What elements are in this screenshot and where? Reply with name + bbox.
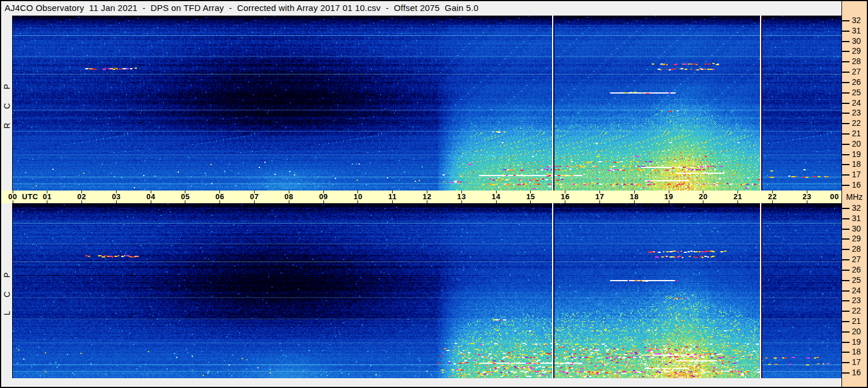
freq-tick-label: 16 [852, 368, 866, 377]
freq-tick [842, 82, 850, 83]
freq-tick [842, 249, 850, 250]
freq-tick [842, 342, 850, 343]
freq-tick-label: 20 [852, 140, 866, 148]
time-unit-label: UTC [22, 192, 38, 201]
freq-tick-label: 18 [852, 348, 866, 356]
freq-tick-label: 29 [852, 47, 866, 55]
time-tick-label: 00 [6, 192, 19, 201]
freq-tick-label: 23 [852, 296, 866, 305]
time-tick-label: 13 [455, 192, 468, 201]
time-tick-label: 16 [559, 192, 572, 201]
freq-tick-label: 31 [852, 214, 866, 223]
time-tick-label: 10 [352, 192, 364, 201]
freq-tick-label: 19 [852, 150, 866, 159]
freq-tick-label: 22 [852, 119, 866, 128]
freq-tick-label: 25 [852, 88, 866, 97]
freq-tick [842, 331, 850, 333]
freq-tick-label: 17 [852, 170, 866, 179]
time-tick-label: 11 [386, 192, 399, 201]
freq-tick [842, 154, 850, 155]
freq-tick-label: 17 [852, 358, 866, 367]
time-tick-label: 03 [110, 192, 122, 201]
freq-tick [842, 185, 850, 186]
time-tick-label: 05 [179, 192, 192, 201]
freq-tick [842, 229, 850, 230]
freq-tick-label: 32 [852, 16, 866, 25]
time-tick-label: 01 [41, 192, 54, 201]
freq-tick [842, 218, 850, 219]
freq-tick [842, 133, 850, 135]
time-tick [841, 191, 842, 193]
rcp-polarization-label: R C P [1, 16, 13, 191]
time-tick-label: 17 [593, 192, 606, 201]
freq-tick-label: 24 [852, 286, 866, 295]
time-tick-label: 15 [524, 192, 537, 201]
freq-tick [842, 208, 850, 209]
freq-tick [842, 238, 850, 240]
freq-tick-label: 16 [852, 181, 866, 189]
freq-tick [842, 72, 850, 73]
freq-tick [842, 123, 850, 124]
app-window: AJ4CO Observatory 11 Jan 2021 - DPS on T… [0, 0, 868, 388]
lcp-spectrogram [12, 203, 841, 378]
freq-tick [842, 92, 850, 94]
freq-tick-label: 32 [852, 204, 866, 212]
frequency-scale-rcp: 3231302928272625242322212019181716 [842, 16, 867, 191]
freq-tick [842, 259, 850, 260]
window-title: AJ4CO Observatory 11 Jan 2021 - DPS on T… [1, 1, 841, 13]
freq-tick [842, 61, 850, 62]
freq-tick [842, 164, 850, 165]
freq-tick [842, 372, 850, 374]
time-tick-label: 09 [317, 192, 330, 201]
freq-tick [842, 321, 850, 322]
freq-tick [842, 290, 850, 292]
freq-tick-label: 25 [852, 276, 866, 285]
freq-tick [842, 174, 850, 176]
freq-tick-label: 28 [852, 57, 866, 66]
freq-tick-label: 23 [852, 109, 866, 117]
freq-tick-label: 20 [852, 327, 866, 336]
time-tick-label: 06 [214, 192, 226, 201]
freq-tick [842, 352, 850, 353]
time-tick-label: 12 [421, 192, 434, 201]
frequency-unit-label: MHz [846, 192, 867, 202]
freq-tick-label: 29 [852, 234, 866, 243]
lcp-polarization-label: L C P [1, 203, 13, 378]
freq-tick [842, 362, 850, 363]
freq-tick [842, 31, 850, 32]
freq-tick-label: 24 [852, 99, 866, 107]
time-tick-label: 23 [800, 192, 813, 201]
freq-tick-label: 30 [852, 37, 866, 46]
freq-tick [842, 144, 850, 145]
time-tick-label: 07 [248, 192, 261, 201]
time-tick-label: 20 [697, 192, 710, 201]
rcp-spectrogram [12, 16, 841, 191]
freq-tick [842, 103, 850, 104]
freq-tick-label: 27 [852, 255, 866, 264]
frequency-scale-lcp: 3231302928272625242322212019181716 [842, 203, 867, 378]
freq-tick-label: 19 [852, 338, 866, 346]
time-axis: 0001020304050607080910111213141516171819… [1, 191, 841, 203]
time-tick-label: 04 [144, 192, 157, 201]
time-tick-label: 18 [628, 192, 640, 201]
time-tick-label: 08 [282, 192, 295, 201]
freq-tick [842, 311, 850, 312]
freq-tick [842, 20, 850, 21]
freq-tick-label: 28 [852, 245, 866, 253]
title-bar: AJ4CO Observatory 11 Jan 2021 - DPS on T… [1, 1, 841, 15]
freq-tick [842, 51, 850, 52]
freq-tick [842, 280, 850, 281]
time-tick-label: 02 [76, 192, 88, 201]
freq-tick-label: 21 [852, 317, 866, 326]
time-tick-label: 14 [490, 192, 502, 201]
freq-tick-label: 22 [852, 307, 866, 315]
time-tick-label: 22 [766, 192, 778, 201]
freq-tick [842, 300, 850, 301]
freq-tick [842, 41, 850, 42]
freq-tick-label: 26 [852, 78, 866, 87]
freq-tick-label: 30 [852, 225, 866, 233]
freq-tick-label: 26 [852, 266, 866, 274]
time-tick-label: 21 [732, 192, 744, 201]
freq-tick [842, 270, 850, 271]
freq-tick-label: 31 [852, 27, 866, 35]
